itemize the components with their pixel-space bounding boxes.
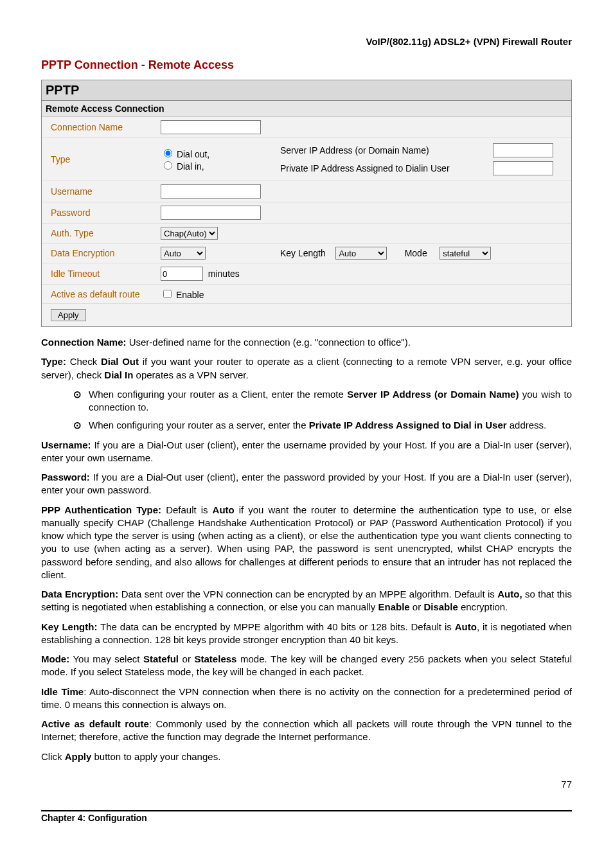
row-default-route: Active as default route Enable <box>42 285 571 304</box>
input-connection-name[interactable] <box>161 120 261 134</box>
panel-subheader: Remote Access Connection <box>42 101 571 117</box>
desc-active-default: Active as default route: Commonly used b… <box>41 718 572 744</box>
desc-ppp-auth: PPP Authentication Type: Default is Auto… <box>41 504 572 582</box>
bullet-server: When configuring your router as a server… <box>73 419 572 432</box>
input-server-ip[interactable] <box>493 143 553 157</box>
label-username: Username <box>42 181 155 202</box>
radio-dial-out-text: Dial out, <box>177 149 209 159</box>
footer-chapter: Chapter 4: Configuration <box>41 813 147 823</box>
input-username[interactable] <box>161 184 261 199</box>
select-mode[interactable]: stateful <box>440 247 491 260</box>
page-number: 77 <box>41 779 572 790</box>
row-connection-name: Connection Name <box>42 117 571 138</box>
row-auth-type: Auth. Type Chap(Auto) <box>42 224 571 244</box>
label-type: Type <box>42 138 155 181</box>
desc-connection-name: Connection Name: User-defined name for t… <box>41 336 572 349</box>
label-auth-type: Auth. Type <box>42 224 155 244</box>
desc-key-length: Key Length: The data can be encrypted by… <box>41 621 572 647</box>
label-password: Password <box>42 202 155 224</box>
radio-dial-out-label[interactable]: Dial out, <box>161 149 209 159</box>
radio-dial-in-label[interactable]: Dial in, <box>161 161 204 172</box>
input-idle-timeout[interactable] <box>161 267 203 281</box>
desc-click-apply: Click Apply button to apply your changes… <box>41 750 572 763</box>
mode-label: Mode <box>405 248 427 258</box>
row-data-encryption: Data Encryption Auto Key Length Auto Mod… <box>42 244 571 263</box>
row-apply: Apply <box>42 304 571 327</box>
section-title: PPTP Connection - Remote Access <box>41 58 572 72</box>
desc-mode: Mode: You may select Stateful or Statele… <box>41 653 572 679</box>
server-ip-label: Server IP Address (or Domain Name) <box>280 145 429 155</box>
radio-dial-out[interactable] <box>164 149 172 157</box>
checkbox-enable[interactable] <box>163 290 172 298</box>
panel-title: PPTP <box>42 80 571 101</box>
footer: Chapter 4: Configuration <box>41 810 572 823</box>
description-block: Connection Name: User-defined name for t… <box>41 336 572 763</box>
type-radios: Dial out, Dial in, <box>155 138 275 181</box>
private-ip-label: Private IP Address Assigned to Dialin Us… <box>280 163 450 173</box>
label-idle-timeout: Idle Timeout <box>42 263 155 285</box>
select-data-encryption[interactable]: Auto <box>161 247 206 260</box>
enable-text: Enable <box>176 290 204 300</box>
input-password[interactable] <box>161 206 261 220</box>
apply-button[interactable]: Apply <box>51 309 86 321</box>
input-private-ip[interactable] <box>493 161 553 175</box>
config-table: Connection Name Type Dial out, Dial in, … <box>42 117 571 326</box>
idle-timeout-unit: minutes <box>208 269 240 279</box>
row-type: Type Dial out, Dial in, Server IP Addres… <box>42 138 571 181</box>
label-connection-name: Connection Name <box>42 117 155 138</box>
bullet-client: When configuring your router as a Client… <box>73 388 572 414</box>
row-username: Username <box>42 181 571 202</box>
desc-idle-time: Idle Time: Auto-disconnect the VPN conne… <box>41 686 572 712</box>
type-bullets: When configuring your router as a Client… <box>73 388 572 432</box>
label-data-encryption: Data Encryption <box>42 244 155 263</box>
product-header: VoIP/(802.11g) ADSL2+ (VPN) Firewall Rou… <box>41 36 572 47</box>
radio-dial-in-text: Dial in, <box>177 161 204 172</box>
type-right-labels: Server IP Address (or Domain Name) Priva… <box>275 138 488 181</box>
row-idle-timeout: Idle Timeout minutes <box>42 263 571 285</box>
label-default-route: Active as default route <box>42 285 155 304</box>
select-auth-type[interactable]: Chap(Auto) <box>161 227 218 240</box>
desc-username: Username: If you are a Dial-Out user (cl… <box>41 439 572 465</box>
row-password: Password <box>42 202 571 224</box>
type-right-inputs <box>488 138 571 181</box>
desc-data-encryption: Data Encryption: Data sent over the VPN … <box>41 588 572 614</box>
select-key-length[interactable]: Auto <box>335 247 387 260</box>
desc-type: Type: Check Dial Out if you want your ro… <box>41 355 572 382</box>
enable-checkbox-label[interactable]: Enable <box>161 290 204 300</box>
pptp-panel: PPTP Remote Access Connection Connection… <box>41 80 572 327</box>
desc-password: Password: If you are a Dial-Out user (cl… <box>41 471 572 497</box>
key-length-label: Key Length <box>280 248 326 258</box>
radio-dial-in[interactable] <box>164 161 172 170</box>
